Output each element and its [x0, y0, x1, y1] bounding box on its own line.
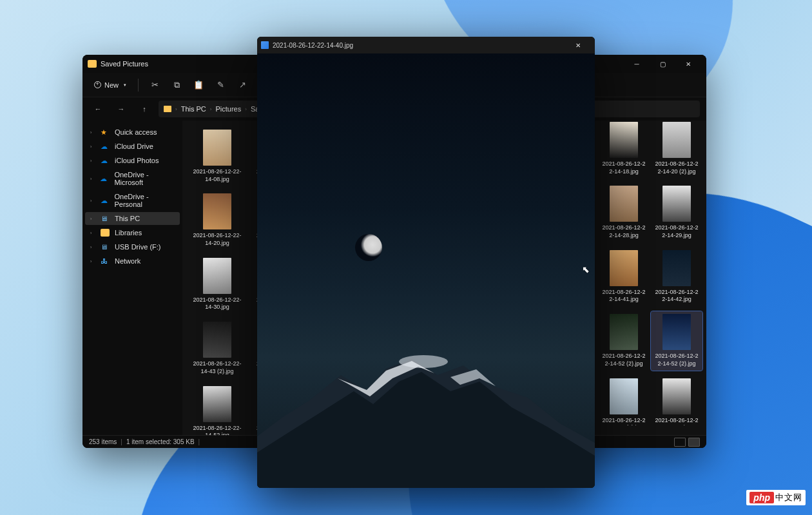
item-count: 253 items — [89, 438, 117, 445]
cloud-icon: ☁ — [101, 197, 110, 204]
net-icon: 🖧 — [101, 257, 110, 265]
sidebar-item-icloud-drive[interactable]: › ☁ iCloud Drive — [85, 140, 180, 153]
thumbnail-image — [610, 250, 638, 286]
file-thumbnail[interactable]: 2021-08-26-12-22-14-20.jpg — [189, 191, 246, 249]
file-name: 2021-08-26-12-22-14-30.jpg — [191, 296, 243, 311]
thumbnail-image — [662, 122, 691, 158]
sidebar-item-onedrive-microsoft[interactable]: › ☁ OneDrive - Microsoft — [85, 168, 180, 189]
file-name: 2021-08-26-12-22-14-08.jpg — [191, 168, 243, 183]
file-name: 2021-08-26-12-22-14-61 (2).jpg — [601, 417, 647, 426]
chevron-icon: › — [90, 144, 95, 149]
file-thumbnail[interactable]: 2021-08-26-12-22-14-30.jpg — [189, 255, 246, 314]
plus-icon — [94, 81, 101, 88]
search-input[interactable] — [590, 101, 700, 117]
mouse-cursor-icon: ⬉ — [582, 264, 590, 275]
thumbnail-image — [203, 258, 231, 294]
thumbnail-image — [662, 378, 691, 414]
image-preview-window: 2021-08-26-12-22-14-40.jpg ✕ — [257, 37, 595, 488]
chevron-icon: › — [90, 245, 95, 249]
sidebar-item-onedrive-personal[interactable]: › ☁ OneDrive - Personal — [85, 190, 180, 211]
sidebar-item-label: Network — [115, 257, 140, 265]
chevron-icon: › — [90, 259, 95, 264]
chevron-icon: › — [90, 199, 95, 203]
file-thumbnail[interactable]: 2021-08-26-12-22-14-20 (2).jpg — [651, 119, 702, 178]
image-icon — [261, 41, 269, 49]
cloud-icon: ☁ — [100, 175, 109, 182]
file-thumbnail[interactable]: 2021-08-26-12-22-14-18.jpg — [598, 119, 650, 178]
chevron-icon: › — [90, 177, 95, 181]
sidebar-item-label: iCloud Photos — [115, 157, 159, 164]
file-thumbnail[interactable]: 2021-08-26-12-22-14-61 (2).jpg — [598, 376, 650, 426]
preview-titlebar[interactable]: 2021-08-26-12-22-14-40.jpg ✕ — [257, 37, 595, 53]
file-thumbnail[interactable]: 2021-08-26-12-22-14-52 (2).jpg — [651, 311, 702, 370]
file-thumbnail[interactable]: 2021-08-26-12-22-14-62.jpg — [651, 376, 702, 426]
sidebar-item-label: OneDrive - Personal — [115, 193, 175, 208]
sidebar-item-label: USB Drive (F:) — [115, 243, 161, 251]
maximize-button[interactable]: ▢ — [650, 55, 675, 73]
thumbnail-image — [662, 314, 691, 350]
file-name: 2021-08-26-12-22-14-42.jpg — [653, 289, 700, 304]
thumbnail-image — [610, 378, 638, 414]
watermark: php 中文网 — [746, 490, 806, 505]
file-name: 2021-08-26-12-22-14-20.jpg — [191, 232, 243, 247]
cloud-icon: ☁ — [101, 142, 110, 150]
file-name: 2021-08-26-12-22-14-52 (2).jpg — [653, 353, 700, 367]
folder-icon — [164, 106, 171, 112]
file-name: 2021-08-26-12-22-14-43 (2).jpg — [191, 360, 243, 375]
forward-button[interactable]: → — [112, 100, 130, 118]
file-name: 2021-08-26-12-22-14-41.jpg — [601, 289, 647, 304]
file-thumbnail[interactable]: 2021-08-26-12-22-14-52 (2).jpg — [598, 311, 650, 370]
file-name: 2021-08-26-12-22-14-18.jpg — [601, 160, 647, 175]
sidebar-item-this-pc[interactable]: › 🖥 This PC — [85, 212, 180, 225]
file-name: 2021-08-26-12-22-14-20 (2).jpg — [653, 160, 700, 175]
breadcrumb-segment[interactable]: This PC — [181, 105, 206, 113]
watermark-brand: php — [749, 492, 774, 503]
file-name: 2021-08-26-12-22-14-52 (2).jpg — [601, 353, 647, 367]
moon-graphic — [355, 234, 382, 261]
up-button[interactable]: ↑ — [135, 100, 153, 118]
sidebar-item-label: Libraries — [115, 229, 142, 237]
navigation-sidebar: › ★ Quick access› ☁ iCloud Drive› ☁ iClo… — [82, 121, 182, 435]
file-thumbnail[interactable]: 2021-08-26-12-22-14-42.jpg — [651, 248, 702, 306]
details-view-icon[interactable] — [674, 438, 686, 447]
cloud-icon: ☁ — [101, 157, 110, 164]
breadcrumb-segment[interactable]: Pictures — [215, 105, 241, 113]
minimize-button[interactable]: ─ — [624, 55, 650, 73]
file-name: 2021-08-26-12-22-14-52.jpg — [191, 425, 243, 436]
star-icon: ★ — [101, 128, 110, 136]
close-button[interactable]: ✕ — [675, 55, 701, 73]
paste-icon[interactable]: 📋 — [189, 75, 208, 95]
chevron-icon: › — [90, 130, 95, 135]
file-thumbnail[interactable]: 2021-08-26-12-22-14-41.jpg — [598, 248, 650, 306]
sidebar-item-label: This PC — [115, 215, 140, 222]
share-icon[interactable]: ↗ — [233, 75, 252, 95]
close-button[interactable]: ✕ — [565, 37, 591, 53]
chevron-icon: › — [90, 159, 95, 163]
copy-icon[interactable]: ⧉ — [167, 75, 186, 95]
sidebar-item-label: iCloud Drive — [115, 142, 153, 150]
file-name: 2021-08-26-12-22-14-62.jpg — [653, 417, 700, 426]
sidebar-item-libraries[interactable]: › Libraries — [85, 226, 180, 239]
file-thumbnail[interactable]: 2021-08-26-12-22-14-43 (2).jpg — [189, 319, 246, 378]
back-button[interactable]: ← — [89, 100, 107, 118]
sidebar-item-network[interactable]: › 🖧 Network — [85, 255, 180, 267]
chevron-icon: › — [90, 231, 95, 235]
thumbnail-image — [203, 193, 231, 229]
sidebar-item-icloud-photos[interactable]: › ☁ iCloud Photos — [85, 154, 180, 167]
new-button[interactable]: New ▾ — [89, 79, 131, 92]
watermark-suffix: 中文网 — [775, 492, 802, 503]
file-thumbnail[interactable]: 2021-08-26-12-22-14-28.jpg — [598, 183, 650, 242]
preview-title: 2021-08-26-12-22-14-40.jpg — [273, 42, 565, 49]
rename-icon[interactable]: ✎ — [211, 75, 230, 95]
thumbnail-image — [662, 250, 691, 286]
thumbnail-image — [610, 186, 638, 222]
file-thumbnail[interactable]: 2021-08-26-12-22-14-08.jpg — [189, 127, 246, 186]
file-thumbnail[interactable]: 2021-08-26-12-22-14-52.jpg — [189, 384, 246, 436]
sidebar-item-quick-access[interactable]: › ★ Quick access — [85, 126, 180, 139]
file-name: 2021-08-26-12-22-14-28.jpg — [601, 224, 647, 239]
thumbnails-view-icon[interactable] — [688, 438, 700, 447]
thumbnail-image — [662, 186, 691, 222]
file-thumbnail[interactable]: 2021-08-26-12-22-14-29.jpg — [651, 183, 702, 242]
sidebar-item-usb-drive-f-[interactable]: › 🖥 USB Drive (F:) — [85, 240, 180, 253]
cut-icon[interactable]: ✂ — [145, 75, 164, 95]
